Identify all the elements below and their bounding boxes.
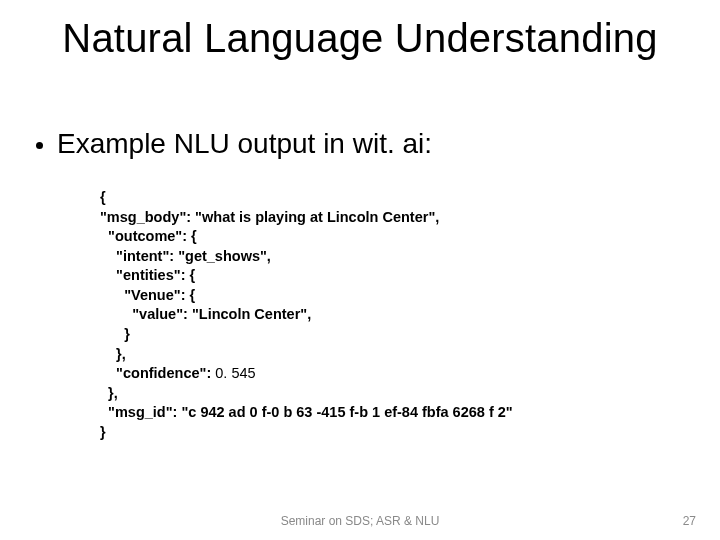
page-number: 27 (683, 514, 696, 528)
code-line: "entities": { (100, 267, 195, 283)
code-line: "intent": "get_shows", (100, 248, 271, 264)
code-line: "value": "Lincoln Center", (100, 306, 311, 322)
slide: Natural Language Understanding Example N… (0, 0, 720, 540)
code-line: } (100, 424, 106, 440)
code-line: "Venue": { (100, 287, 195, 303)
code-line: }, (100, 346, 126, 362)
footer-text: Seminar on SDS; ASR & NLU (0, 514, 720, 528)
code-value: 0. 545 (215, 365, 255, 381)
code-line: { (100, 189, 106, 205)
code-line: "msg_body": "what is playing at Lincoln … (100, 209, 439, 225)
bullet-icon (36, 142, 43, 149)
code-line: }, (100, 385, 118, 401)
code-line: "msg_id": "c 942 ad 0 f-0 b 63 -415 f-b … (100, 404, 513, 420)
code-line: "confidence": (100, 365, 215, 381)
code-block: { "msg_body": "what is playing at Lincol… (100, 188, 513, 442)
code-line: "outcome": { (100, 228, 197, 244)
bullet-text: Example NLU output in wit. ai: (57, 128, 432, 160)
slide-title: Natural Language Understanding (0, 16, 720, 61)
bullet-row: Example NLU output in wit. ai: (36, 128, 432, 160)
code-line: } (100, 326, 130, 342)
